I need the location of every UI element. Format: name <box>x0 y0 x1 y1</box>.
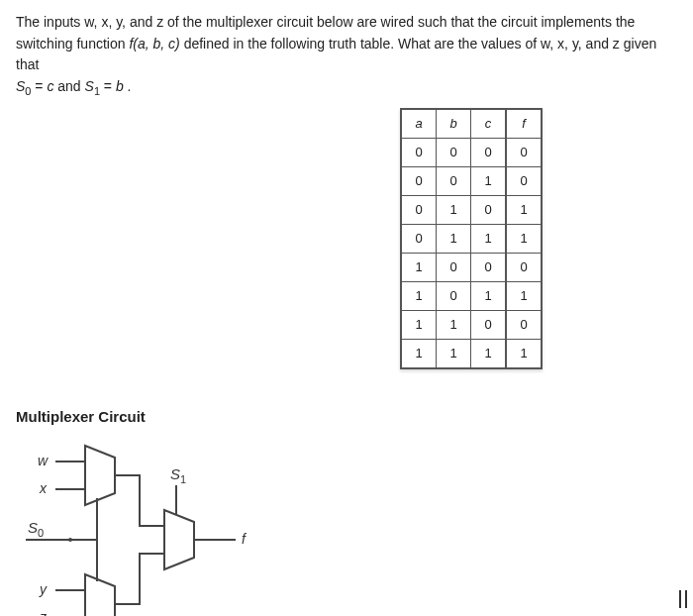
cell: 1 <box>437 310 471 339</box>
cell: 1 <box>401 281 437 310</box>
cell: 1 <box>471 281 507 310</box>
label-s0-sub: 0 <box>38 527 44 539</box>
cell: 0 <box>471 195 507 224</box>
table-row: 1 0 0 0 <box>401 253 542 281</box>
select-s1: S 1 <box>170 465 186 515</box>
cell: 1 <box>506 281 542 310</box>
cell: 0 <box>401 195 437 224</box>
cell: 0 <box>437 281 471 310</box>
cell: 1 <box>471 339 507 368</box>
mux-top: w x <box>38 446 115 505</box>
table-row: 1 0 1 1 <box>401 281 542 310</box>
label-z: z <box>39 609 48 616</box>
truth-table: a b c f 0 0 0 0 0 0 1 0 0 1 0 1 0 1 1 1 <box>400 108 543 369</box>
th-f: f <box>506 109 542 139</box>
cell: 1 <box>506 224 542 253</box>
q-eq1: = <box>35 78 47 94</box>
question-text: The inputs w, x, y, and z of the multipl… <box>16 12 677 98</box>
cell: 1 <box>401 339 437 368</box>
cell: 0 <box>506 253 542 281</box>
table-row: 1 1 1 1 <box>401 339 542 368</box>
table-row: 0 0 0 0 <box>401 138 542 166</box>
cell: 0 <box>401 224 437 253</box>
q-end: . <box>128 78 132 94</box>
label-w: w <box>38 453 49 468</box>
cell: 1 <box>401 253 437 281</box>
cell: 1 <box>471 224 507 253</box>
table-row: 0 1 0 1 <box>401 195 542 224</box>
truth-table-section: a b c f 0 0 0 0 0 0 1 0 0 1 0 1 0 1 1 1 <box>16 108 610 369</box>
cell: 0 <box>471 310 507 339</box>
th-b: b <box>437 109 471 139</box>
cell: 0 <box>437 166 471 195</box>
question-func: f(a, b, c) <box>129 36 179 51</box>
label-s0: S <box>28 519 38 536</box>
q-s0: S <box>16 78 25 94</box>
cell: 0 <box>437 253 471 281</box>
label-f: f <box>242 531 248 547</box>
question-line2-pre: switching function <box>16 36 129 51</box>
mux-out: f <box>115 475 248 604</box>
cell: 1 <box>506 195 542 224</box>
truth-table-header: a b c f <box>401 109 542 139</box>
mux-bottom: y z <box>39 574 115 616</box>
cell: 0 <box>471 253 507 281</box>
cell: 0 <box>506 166 542 195</box>
table-row: 0 1 1 1 <box>401 224 542 253</box>
label-s1-sub: 1 <box>180 473 186 485</box>
multiplexer-diagram: w x y z f S 0 S 1 <box>16 436 273 616</box>
cell: 1 <box>437 195 471 224</box>
q-b: b <box>116 78 124 94</box>
table-row: 1 1 0 0 <box>401 310 542 339</box>
cell: 1 <box>506 339 542 368</box>
label-s1: S <box>170 465 180 482</box>
label-y: y <box>39 581 48 597</box>
q-and: and <box>57 78 84 94</box>
cell: 1 <box>471 166 507 195</box>
svg-point-7 <box>68 538 72 542</box>
text-cursor-icon <box>679 590 687 608</box>
cell: 1 <box>437 224 471 253</box>
cell: 1 <box>437 339 471 368</box>
q-s1: S <box>85 78 94 94</box>
select-s0: S 0 <box>26 498 97 581</box>
label-x: x <box>39 480 48 496</box>
cell: 0 <box>506 310 542 339</box>
q-s1-sub: 1 <box>94 85 100 97</box>
question-line1: The inputs w, x, y, and z of the multipl… <box>16 14 635 30</box>
th-a: a <box>401 109 437 139</box>
q-s0-sub: 0 <box>25 85 31 97</box>
cell: 0 <box>506 138 542 166</box>
th-c: c <box>471 109 507 139</box>
circuit-title: Multiplexer Circuit <box>16 405 677 428</box>
cell: 0 <box>401 166 437 195</box>
cell: 0 <box>401 138 437 166</box>
cell: 1 <box>401 310 437 339</box>
q-eq2: = <box>104 78 116 94</box>
q-c: c <box>47 78 53 94</box>
cell: 0 <box>471 138 507 166</box>
table-row: 0 0 1 0 <box>401 166 542 195</box>
cell: 0 <box>437 138 471 166</box>
